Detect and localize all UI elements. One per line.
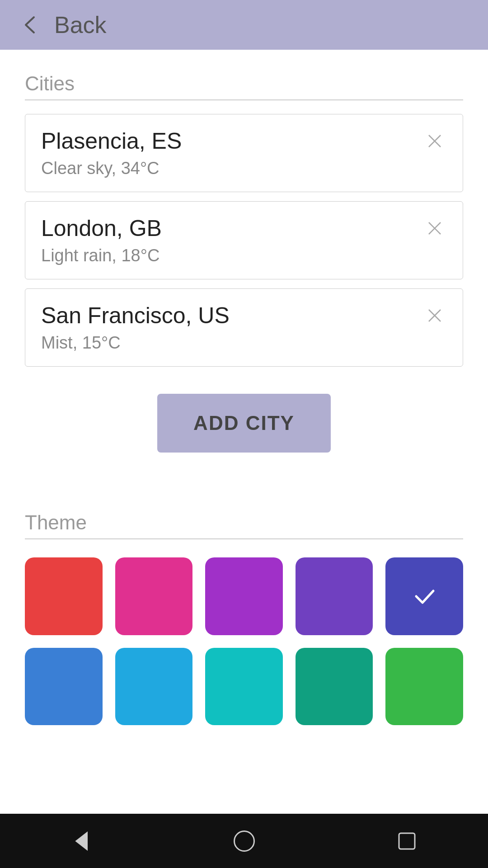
city-name-san-francisco: San Francisco, US <box>41 302 230 329</box>
color-swatch-cyan[interactable] <box>205 648 283 726</box>
city-remove-plasencia[interactable] <box>422 129 447 154</box>
color-grid <box>0 539 488 743</box>
theme-section: Theme <box>0 489 488 743</box>
header: Back <box>0 0 488 50</box>
color-swatch-purple[interactable] <box>205 557 283 635</box>
back-button[interactable] <box>18 11 45 38</box>
city-card-plasencia: Plasencia, ES Clear sky, 34°C <box>25 114 463 192</box>
add-city-container: ADD CITY <box>0 367 488 489</box>
color-swatch-green[interactable] <box>385 648 463 726</box>
svg-rect-8 <box>399 833 415 849</box>
nav-recents-button[interactable] <box>391 825 422 857</box>
color-swatch-teal[interactable] <box>296 648 373 726</box>
content-area: Cities Plasencia, ES Clear sky, 34°C Lon… <box>0 50 488 814</box>
svg-marker-6 <box>76 832 87 850</box>
city-card-london: London, GB Light rain, 18°C <box>25 201 463 279</box>
city-weather-london: Light rain, 18°C <box>41 246 447 265</box>
nav-back-button[interactable] <box>66 825 97 857</box>
city-weather-plasencia: Clear sky, 34°C <box>41 159 447 178</box>
theme-section-label: Theme <box>0 489 488 538</box>
city-name-london: London, GB <box>41 215 162 241</box>
city-remove-san-francisco[interactable] <box>422 303 447 328</box>
nav-bar <box>0 814 488 868</box>
city-card-top: London, GB <box>41 215 447 241</box>
color-swatch-pink[interactable] <box>115 557 193 635</box>
color-swatch-violet[interactable] <box>296 557 373 635</box>
cities-list: Plasencia, ES Clear sky, 34°C London, GB <box>0 100 488 367</box>
svg-point-7 <box>234 831 254 851</box>
nav-home-button[interactable] <box>228 825 260 857</box>
cities-section-label: Cities <box>0 50 488 99</box>
header-title: Back <box>54 11 107 38</box>
city-card-top: Plasencia, ES <box>41 128 447 154</box>
city-card-san-francisco: San Francisco, US Mist, 15°C <box>25 288 463 367</box>
color-swatch-indigo[interactable] <box>385 557 463 635</box>
color-swatch-blue[interactable] <box>25 648 103 726</box>
city-card-top: San Francisco, US <box>41 302 447 329</box>
city-weather-san-francisco: Mist, 15°C <box>41 333 447 353</box>
add-city-button[interactable]: ADD CITY <box>157 394 331 453</box>
city-remove-london[interactable] <box>422 216 447 241</box>
color-swatch-light-blue[interactable] <box>115 648 193 726</box>
city-name-plasencia: Plasencia, ES <box>41 128 182 154</box>
color-swatch-red[interactable] <box>25 557 103 635</box>
